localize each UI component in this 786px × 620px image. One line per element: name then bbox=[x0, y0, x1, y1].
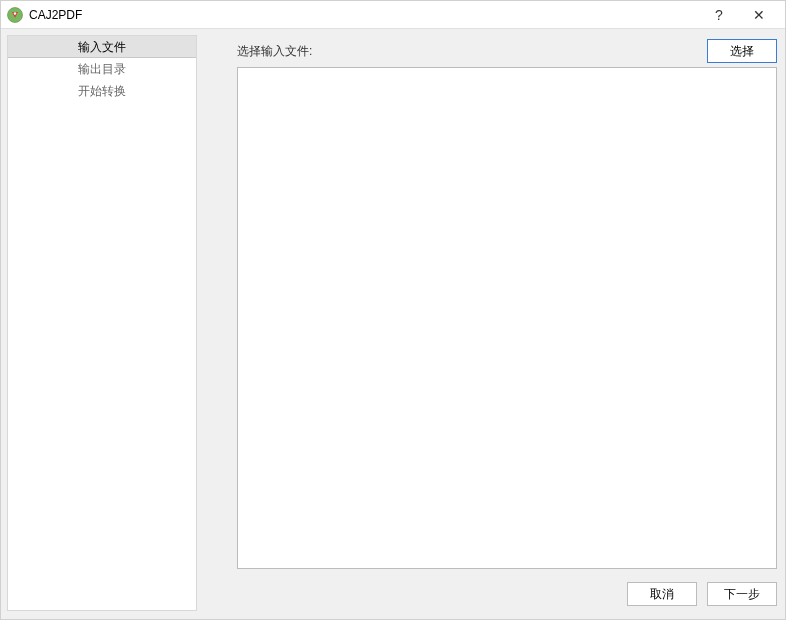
select-file-button[interactable]: 选择 bbox=[707, 39, 777, 63]
body-area: 输入文件 输出目录 开始转换 选择输入文件: 选择 取消 bbox=[1, 29, 785, 619]
svg-point-1 bbox=[14, 12, 16, 14]
help-button[interactable]: ? bbox=[699, 2, 739, 28]
select-file-button-label: 选择 bbox=[730, 43, 754, 60]
input-label: 选择输入文件: bbox=[237, 43, 312, 60]
cancel-button-label: 取消 bbox=[650, 586, 674, 603]
sidebar-item-label: 开始转换 bbox=[78, 84, 126, 98]
help-icon: ? bbox=[715, 7, 723, 23]
input-file-list[interactable] bbox=[237, 67, 777, 569]
next-button[interactable]: 下一步 bbox=[707, 582, 777, 606]
sidebar-item-label: 输入文件 bbox=[78, 40, 126, 54]
titlebar-controls: ? ✕ bbox=[699, 2, 779, 28]
close-button[interactable]: ✕ bbox=[739, 2, 779, 28]
close-icon: ✕ bbox=[753, 7, 765, 23]
sidebar-item-output-dir[interactable]: 输出目录 bbox=[8, 58, 196, 80]
next-button-label: 下一步 bbox=[724, 586, 760, 603]
sidebar-item-input-file[interactable]: 输入文件 bbox=[8, 36, 196, 58]
app-window: CAJ2PDF ? ✕ 输入文件 输出目录 开始转换 选择输入文件: bbox=[0, 0, 786, 620]
wizard-sidebar: 输入文件 输出目录 开始转换 bbox=[7, 35, 197, 611]
sidebar-item-label: 输出目录 bbox=[78, 62, 126, 76]
main-panel: 选择输入文件: 选择 取消 下一步 bbox=[197, 35, 777, 611]
window-title: CAJ2PDF bbox=[29, 8, 699, 22]
app-icon bbox=[7, 7, 23, 23]
titlebar: CAJ2PDF ? ✕ bbox=[1, 1, 785, 29]
main-header-row: 选择输入文件: 选择 bbox=[237, 35, 777, 63]
footer-row: 取消 下一步 bbox=[237, 577, 777, 611]
cancel-button[interactable]: 取消 bbox=[627, 582, 697, 606]
sidebar-item-start-convert[interactable]: 开始转换 bbox=[8, 80, 196, 102]
